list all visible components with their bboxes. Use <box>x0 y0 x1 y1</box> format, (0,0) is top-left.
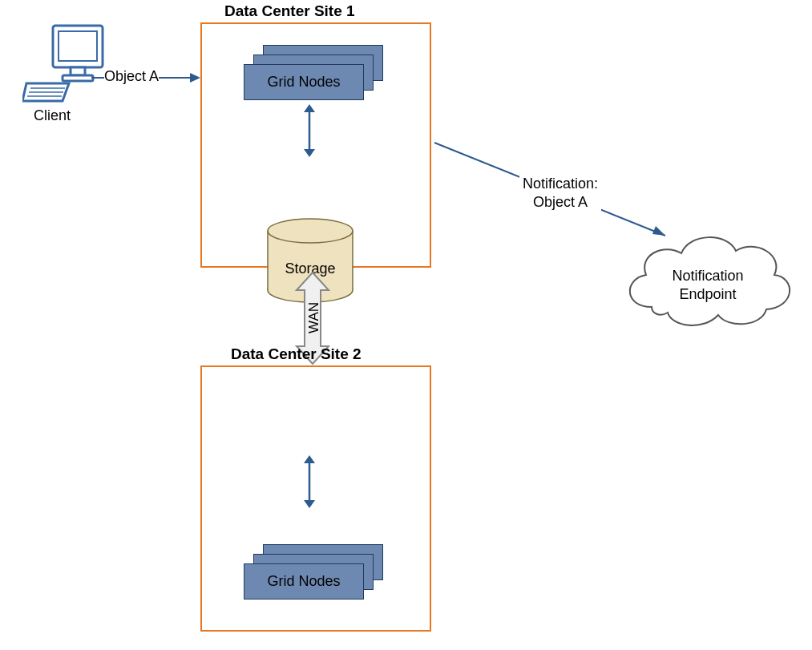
notification-line1: Notification: <box>523 175 598 193</box>
site2-grid-nodes: Grid Nodes <box>244 544 380 604</box>
object-a-label: Object A <box>104 68 159 85</box>
svg-marker-12 <box>304 149 315 157</box>
endpoint-label: Notification Endpoint <box>636 267 780 303</box>
svg-rect-3 <box>63 75 93 81</box>
client-computer <box>22 21 111 108</box>
site2-title: Data Center Site 2 <box>231 345 362 363</box>
site2-grid-nodes-label: Grid Nodes <box>267 573 340 590</box>
site1-bidir-arrow <box>301 103 317 162</box>
svg-marker-21 <box>304 500 315 508</box>
svg-point-17 <box>268 219 353 243</box>
wan-label: WAN <box>306 302 322 333</box>
client-label: Client <box>16 107 88 124</box>
notification-label: Notification: Object A <box>519 173 601 212</box>
notification-endpoint-cloud: Notification Endpoint <box>616 223 800 346</box>
svg-rect-1 <box>59 31 97 61</box>
svg-marker-9 <box>190 73 200 83</box>
site1-grid-nodes-label: Grid Nodes <box>267 74 340 91</box>
notification-line2: Object A <box>523 193 598 212</box>
site1-grid-nodes: Grid Nodes <box>244 45 380 105</box>
computer-icon <box>22 21 111 105</box>
site1-title: Data Center Site 1 <box>224 2 355 20</box>
site2-bidir-arrow <box>301 454 317 513</box>
endpoint-line2: Endpoint <box>636 285 780 304</box>
endpoint-line1: Notification <box>636 267 780 285</box>
